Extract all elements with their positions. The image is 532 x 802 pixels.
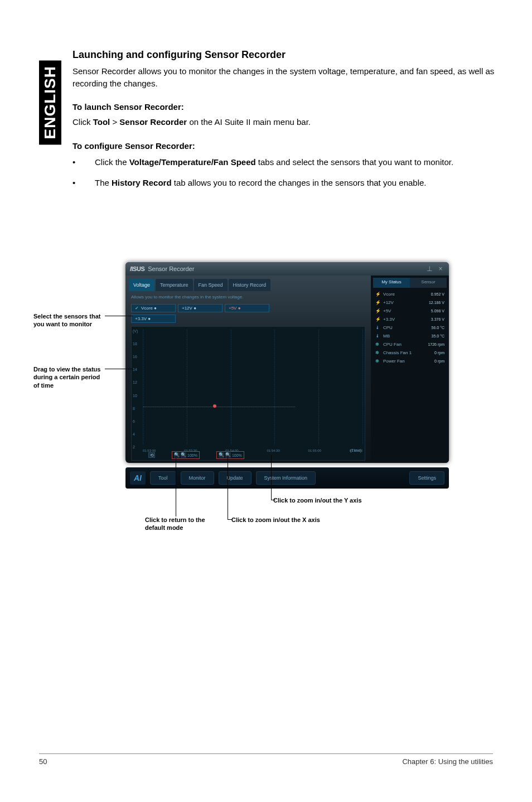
stat-row: ✽Chassis Fan 10 rpm <box>373 349 447 357</box>
y-tick: 18 <box>133 342 143 346</box>
stat-value: 3.376 V <box>431 317 444 321</box>
stat-icon: ⚡ <box>375 300 381 305</box>
chapter-label: Chapter 6: Using the utilities <box>402 757 493 766</box>
stat-value: 0.952 V <box>431 292 444 296</box>
sensor-recorder-window: /ISUS Sensor Recorder ⊥ × Voltage Temper… <box>125 262 449 463</box>
bold-text: Voltage/Temperature/Fan Speed <box>129 157 256 167</box>
tab-voltage[interactable]: Voltage <box>129 279 154 291</box>
stat-icon: ✽ <box>375 342 381 347</box>
sensor-tab[interactable]: Sensor <box>410 278 447 288</box>
chart-data-point <box>213 404 216 408</box>
y-tick: 14 <box>133 368 143 371</box>
zoom-x-in-icon[interactable]: 🔍 <box>174 452 180 458</box>
x-tick: 01:55:00 <box>308 449 321 452</box>
stat-row: 🌡MB35.0 °C <box>373 332 447 340</box>
screenshot-area: /ISUS Sensor Recorder ⊥ × Voltage Temper… <box>89 262 480 530</box>
stat-label: +3.3V <box>381 317 431 322</box>
zoom-x-value: 100% <box>187 453 197 457</box>
zoom-y-in-icon[interactable]: 🔍 <box>219 452 224 458</box>
y-tick: 12 <box>133 380 143 384</box>
stat-value: 0 rpm <box>434 351 444 355</box>
stat-label: MB <box>381 334 432 339</box>
stat-row: 🌡CPU56.0 °C <box>373 323 447 332</box>
stat-row: ✽CPU Fan1726 rpm <box>373 340 447 349</box>
page-number: 50 <box>39 757 47 766</box>
stat-label: Power Fan <box>381 359 434 364</box>
stat-icon: ⚡ <box>375 292 381 297</box>
stat-label: +5V <box>381 308 431 313</box>
stat-value: 12.186 V <box>429 301 444 305</box>
sensor-vcore-checkbox[interactable]: Vcore ● <box>131 304 176 312</box>
x-tick: 01:54:30 <box>267 449 279 452</box>
bold-text: History Record <box>112 178 172 187</box>
y-tick: 16 <box>133 355 143 359</box>
asus-logo: /ISUS <box>130 265 144 272</box>
tab-temperature[interactable]: Temperature <box>156 279 193 291</box>
stat-value: 5.098 V <box>431 309 444 313</box>
callout-return-default: Click to return to the default mode <box>145 516 217 532</box>
monitor-button[interactable]: Monitor <box>181 471 214 485</box>
bullet-list: • Click the Voltage/Temperature/Fan Spee… <box>72 156 496 190</box>
stat-icon: 🌡 <box>375 325 381 330</box>
y-tick: 8 <box>133 407 143 410</box>
stat-value: 56.0 °C <box>432 326 444 330</box>
stat-row: ⚡Vcore0.952 V <box>373 290 447 298</box>
zoom-x-out-icon[interactable]: 🔍 <box>181 452 186 458</box>
text: tab allows you to record the changes in … <box>172 178 427 187</box>
status-tab[interactable]: My Status <box>373 278 410 288</box>
text: The <box>95 178 112 187</box>
stat-value: 0 rpm <box>434 359 444 363</box>
pin-icon[interactable]: ⊥ <box>425 265 433 273</box>
tabs-row: Voltage Temperature Fan Speed History Re… <box>129 279 367 291</box>
stat-row: ⚡+5V5.098 V <box>373 307 447 315</box>
tab-fan-speed[interactable]: Fan Speed <box>194 279 228 291</box>
sensor-12v-checkbox[interactable]: +12V ● <box>178 304 223 312</box>
section-heading: Launching and configuring Sensor Recorde… <box>72 49 496 61</box>
stat-value: 1726 rpm <box>428 342 444 346</box>
callout-zoom-y: Click to zoom in/out the Y axis <box>273 496 368 504</box>
configure-heading: To configure Sensor Recorder: <box>72 141 496 151</box>
stat-row: ⚡+3.3V3.376 V <box>373 315 447 323</box>
sensor-recorder-bold: Sensor Recorder <box>119 117 187 127</box>
hint-text: Allows you to monitor the changes in the… <box>129 291 367 303</box>
update-button[interactable]: Update <box>219 471 252 485</box>
chart-area[interactable]: (V) 18 16 14 12 10 8 6 4 2 <box>131 326 365 461</box>
sensor-checkbox-row: Vcore ● +12V ● +5V ● <box>129 303 367 313</box>
bottom-toolbar: AI Tool Monitor Update System Informatio… <box>125 467 449 489</box>
zoom-reset-button[interactable]: ⟲ <box>148 452 155 458</box>
stat-row: ✽Power Fan0 rpm <box>373 357 447 365</box>
stat-icon: ⚡ <box>375 308 381 313</box>
intro-paragraph: Sensor Recorder allows you to monitor th… <box>72 65 496 90</box>
chart-data-line <box>143 407 295 407</box>
y-tick: 4 <box>133 432 143 436</box>
zoom-controls: ⟲ 🔍 🔍 100% 🔍 🔍 100% <box>148 451 244 459</box>
zoom-y-value: 100% <box>232 453 242 457</box>
stat-label: CPU <box>381 325 432 330</box>
window-title: Sensor Recorder <box>148 265 194 272</box>
page-footer: 50 Chapter 6: Using the utilities <box>39 753 493 766</box>
stat-label: Vcore <box>381 292 431 297</box>
callout-zoom-x: Click to zoom in/out the X axis <box>231 516 326 524</box>
sensor-5v-checkbox[interactable]: +5V ● <box>225 304 269 312</box>
tab-history-record[interactable]: History Record <box>229 279 271 291</box>
tool-button[interactable]: Tool <box>150 471 176 485</box>
close-icon[interactable]: × <box>437 265 444 273</box>
main-content: Launching and configuring Sensor Recorde… <box>72 49 496 198</box>
y-tick: 10 <box>133 394 143 398</box>
settings-button[interactable]: Settings <box>409 471 444 485</box>
text: Click <box>72 117 93 127</box>
text: tabs and select the sensors that you wan… <box>256 157 453 167</box>
stat-row: ⚡+12V12.186 V <box>373 298 447 307</box>
tool-bold: Tool <box>93 117 110 127</box>
right-status-panel: My Status Sensor ⚡Vcore0.952 V⚡+12V12.18… <box>371 276 449 463</box>
launch-instruction: Click Tool > Sensor Recorder on the AI S… <box>72 117 496 127</box>
stat-label: Chassis Fan 1 <box>381 350 434 355</box>
sensor-3v-checkbox[interactable]: +3.3V ● <box>131 315 176 323</box>
home-button[interactable]: AI <box>130 471 146 485</box>
y-tick: 6 <box>133 419 143 423</box>
stat-value: 35.0 °C <box>432 334 444 338</box>
text: on the AI Suite II main menu bar. <box>187 117 311 127</box>
callout-drag-view: Drag to view the status during a certain… <box>33 365 106 389</box>
stat-icon: ✽ <box>375 350 381 355</box>
system-info-button[interactable]: System Information <box>256 471 316 485</box>
